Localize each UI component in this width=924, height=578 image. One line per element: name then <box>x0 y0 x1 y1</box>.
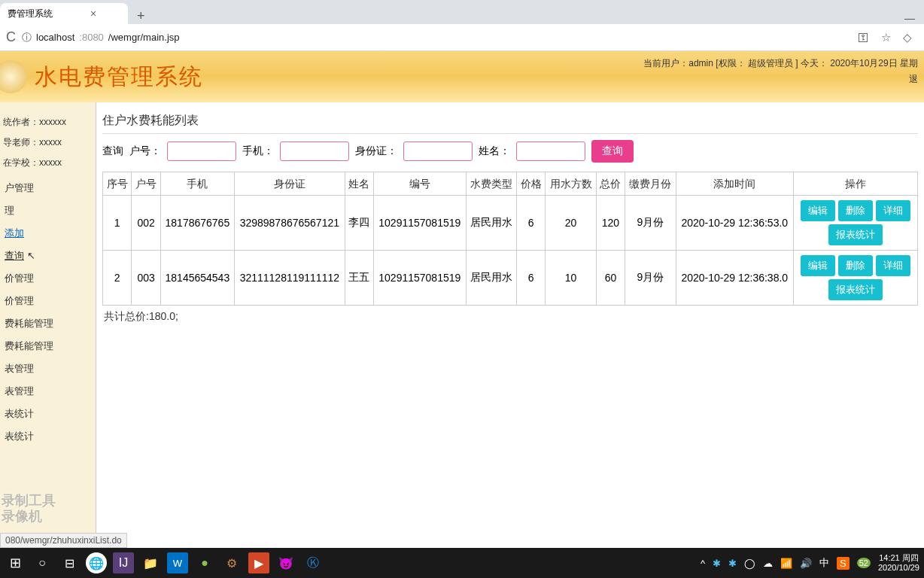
th-qty: 用水方数 <box>546 172 596 196</box>
tray-icon-3[interactable]: ◯ <box>744 558 755 569</box>
delete-button[interactable]: 删除 <box>838 200 873 221</box>
volume-icon[interactable]: 🔊 <box>800 558 812 569</box>
cell-time: 2020-10-29 12:36:53.0 <box>676 196 793 251</box>
cell-price: 6 <box>516 196 545 251</box>
edit-button[interactable]: 编辑 <box>801 200 835 221</box>
sidebar-item-query[interactable]: 查询↖ <box>3 245 93 267</box>
sidebar-item-meter2[interactable]: 表管理 <box>3 380 93 403</box>
cell-type: 居民用水 <box>466 196 516 251</box>
main-content: 住户水费耗能列表 查询 户号： 手机： 身份证： 姓名： 查询 序号 户号 手机… <box>96 102 924 542</box>
phone-label: 手机： <box>242 144 274 158</box>
sidebar-item-stat2[interactable]: 表统计 <box>3 425 93 448</box>
detail-button[interactable]: 详细 <box>876 255 910 276</box>
cell-seq: 2 <box>103 251 132 306</box>
taskview-icon[interactable]: ⊟ <box>59 552 80 573</box>
chrome-icon[interactable]: 🌐 <box>86 552 107 573</box>
cell-idcard: 32111128119111112 <box>234 251 345 306</box>
toolbar-icons: ⚿ ☆ ◇ <box>858 31 918 44</box>
account-input[interactable] <box>167 141 236 161</box>
tray-icon-1[interactable]: ✱ <box>713 558 721 569</box>
th-name: 姓名 <box>345 172 373 196</box>
sidebar-item-energy1[interactable]: 费耗能管理 <box>3 312 93 335</box>
app-icon-4[interactable]: 😈 <box>275 552 296 573</box>
wifi-icon[interactable]: 📶 <box>780 558 792 569</box>
reload-icon[interactable]: C <box>6 29 16 45</box>
sidebar-item-price1[interactable]: 价管理 <box>3 267 93 290</box>
sidebar-item-energy2[interactable]: 费耗能管理 <box>3 335 93 357</box>
cell-total: 120 <box>596 196 625 251</box>
tray-icon-4[interactable]: ☁ <box>763 558 773 569</box>
report-button[interactable]: 报表统计 <box>828 279 883 300</box>
new-tab-button[interactable]: + <box>128 8 154 24</box>
cursor-icon: ↖ <box>27 250 35 261</box>
badge-icon[interactable]: 52 <box>857 558 871 568</box>
cell-phone: 18178676765 <box>160 196 234 251</box>
sidebar-item-stat1[interactable]: 表统计 <box>3 403 93 425</box>
logout-link[interactable]: 退 <box>643 73 918 86</box>
cell-idcard: 32989878676567121 <box>234 196 345 251</box>
sidebar-item-mgmt[interactable]: 理 <box>3 199 93 222</box>
minimize-icon[interactable]: — <box>904 12 915 24</box>
cell-name: 王五 <box>345 251 373 306</box>
table-header-row: 序号 户号 手机 身份证 姓名 编号 水费类型 价格 用水方数 总价 缴费月份 … <box>103 172 918 196</box>
intellij-icon[interactable]: IJ <box>113 552 134 573</box>
key-icon[interactable]: ⚿ <box>858 31 869 44</box>
delete-button[interactable]: 删除 <box>838 255 873 276</box>
cell-actions: 编辑删除详细报表统计 <box>793 251 917 306</box>
cell-actions: 编辑删除详细报表统计 <box>793 196 917 251</box>
browser-tab[interactable]: 费管理系统 × <box>0 3 128 24</box>
tray-icon-2[interactable]: ✱ <box>728 558 737 569</box>
clock-time: 14:21 周四 <box>878 553 919 563</box>
account-label: 户号： <box>129 144 161 158</box>
sogou-icon[interactable]: S <box>837 557 850 570</box>
clock[interactable]: 14:21 周四 2020/10/29 <box>878 553 919 573</box>
sidebar-item-meter1[interactable]: 表管理 <box>3 357 93 380</box>
search-bar: 查询 户号： 手机： 身份证： 姓名： 查询 <box>102 140 918 163</box>
explorer-icon[interactable]: 📁 <box>140 552 161 573</box>
star-icon[interactable]: ☆ <box>881 31 891 44</box>
th-idcard: 身份证 <box>234 172 345 196</box>
idcard-input[interactable] <box>403 141 473 161</box>
start-icon[interactable]: ⊞ <box>5 552 26 573</box>
info-icon: ⓘ <box>22 31 32 44</box>
system-tray: ^ ✱ ✱ ◯ ☁ 📶 🔊 中 S 52 14:21 周四 2020/10/29 <box>701 553 919 573</box>
wps-icon[interactable]: W <box>167 552 188 573</box>
cell-price: 6 <box>516 251 545 306</box>
cell-acct: 002 <box>132 196 160 251</box>
user-line: 当前用户：admin [权限： 超级管理员 ] 今天： 2020年10月29日 … <box>643 57 918 70</box>
url-bar[interactable]: ⓘ localhost:8080/wemgr/main.jsp <box>22 31 852 44</box>
browser-tab-strip: 费管理系统 × + — <box>0 0 924 24</box>
sidebar: 统作者：xxxxxx 导老师：xxxxx 在学校：xxxxx 户管理 理 添加 … <box>0 102 96 542</box>
edit-button[interactable]: 编辑 <box>801 255 835 276</box>
search-button[interactable]: 查询 <box>591 140 634 163</box>
cortana-icon[interactable]: ○ <box>32 552 53 573</box>
ime-icon[interactable]: 中 <box>819 556 829 570</box>
app-icon-1[interactable]: ● <box>194 552 215 573</box>
app-icon-3[interactable]: ▶ <box>248 552 269 573</box>
profile-icon[interactable]: ◇ <box>903 31 912 44</box>
taskbar: ⊞ ○ ⊟ 🌐 IJ 📁 W ● ⚙ ▶ 😈 Ⓚ ^ ✱ ✱ ◯ ☁ 📶 🔊 中… <box>0 548 924 578</box>
cell-seq: 1 <box>103 196 132 251</box>
detail-button[interactable]: 详细 <box>876 200 910 221</box>
sidebar-item-user-mgmt[interactable]: 户管理 <box>3 177 93 199</box>
idcard-label: 身份证： <box>355 144 397 158</box>
close-icon[interactable]: × <box>90 8 96 20</box>
table-row: 10021817867676532989878676567121李四102911… <box>103 196 918 251</box>
th-phone: 手机 <box>160 172 234 196</box>
sidebar-item-price2[interactable]: 价管理 <box>3 290 93 312</box>
total-summary: 共计总价:180.0; <box>102 306 918 328</box>
chevron-up-icon[interactable]: ^ <box>701 558 705 569</box>
url-path: /wemgr/main.jsp <box>108 32 180 43</box>
cell-month: 9月份 <box>625 196 676 251</box>
th-code: 编号 <box>374 172 466 196</box>
th-time: 添加时间 <box>676 172 793 196</box>
app-icon-2[interactable]: ⚙ <box>221 552 242 573</box>
cell-time: 2020-10-29 12:36:38.0 <box>676 251 793 306</box>
name-input[interactable] <box>516 141 585 161</box>
cell-acct: 003 <box>132 251 160 306</box>
phone-input[interactable] <box>280 141 349 161</box>
app-icon-5[interactable]: Ⓚ <box>302 552 324 573</box>
sidebar-item-add[interactable]: 添加 <box>3 222 93 245</box>
logo-icon <box>0 60 27 93</box>
report-button[interactable]: 报表统计 <box>828 224 883 245</box>
